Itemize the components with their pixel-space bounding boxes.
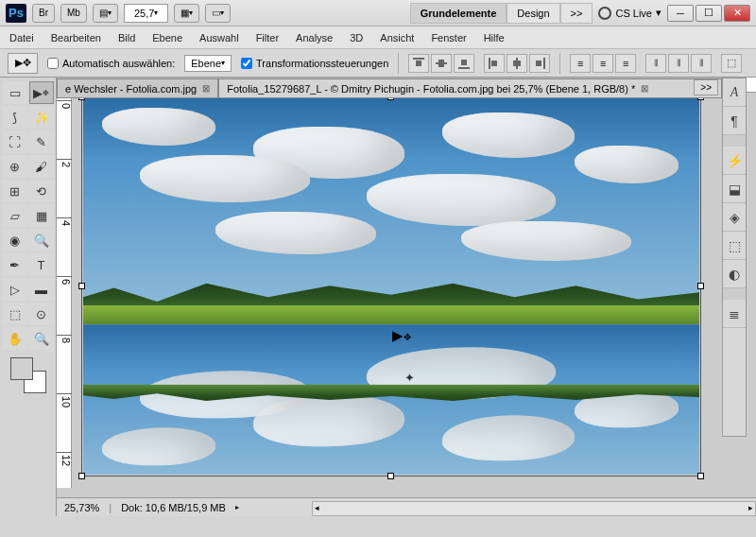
channels-panel-icon[interactable]: ⬚ [723, 232, 746, 260]
handle-l[interactable] [78, 283, 85, 289]
healing-brush-tool[interactable]: ⊕ [3, 155, 27, 178]
align-right-button[interactable] [529, 54, 550, 73]
zoom-tool[interactable]: 🔍 [29, 327, 54, 350]
layers-panel-icon[interactable]: ◈ [723, 203, 746, 232]
menu-hilfe[interactable]: Hilfe [484, 32, 505, 43]
vertical-ruler[interactable]: 024681012 [57, 93, 72, 488]
close-tab-icon[interactable]: ⊠ [202, 83, 210, 94]
menu-auswahl[interactable]: Auswahl [199, 32, 239, 43]
align-vcenter-button[interactable] [431, 54, 452, 73]
workspace-tab-more[interactable]: >> [560, 3, 593, 24]
menu-ansicht[interactable]: Ansicht [380, 32, 414, 43]
adjustments-panel-icon[interactable]: ≣ [723, 300, 746, 328]
status-doc-size[interactable]: Dok: 10,6 MB/15,9 MB [121, 502, 226, 513]
transform-bounding-box[interactable] [81, 96, 701, 476]
distribute-hcenter-button[interactable]: ⦀ [668, 54, 689, 73]
arrange-docs-dropdown[interactable]: ▦ [174, 4, 199, 23]
move-tool[interactable]: ▶✥ [29, 81, 54, 104]
hand-tool[interactable]: ✋ [3, 327, 27, 350]
lasso-tool[interactable]: ⟆ [3, 106, 27, 129]
color-swatches[interactable] [10, 357, 46, 393]
handle-bl[interactable] [78, 473, 85, 479]
menu-3d[interactable]: 3D [350, 32, 363, 43]
distribute-vcenter-button[interactable]: ≡ [593, 54, 613, 73]
blur-tool[interactable]: ◉ [3, 229, 27, 251]
magic-wand-tool[interactable]: ✨ [29, 106, 54, 129]
screen-mode-dropdown[interactable]: ▤ [93, 4, 118, 23]
menu-bild[interactable]: Bild [118, 32, 135, 43]
current-tool-indicator[interactable]: ▶✥ [8, 53, 38, 74]
menu-ebene[interactable]: Ebene [152, 32, 182, 43]
menu-filter[interactable]: Filter [256, 32, 279, 43]
path-select-tool[interactable]: ▷ [3, 278, 27, 301]
minibridge-button[interactable]: Mb [60, 4, 87, 23]
toolbox: ▭ ▶✥ ⟆ ✨ ⛶ ✎ ⊕ 🖌 ⊞ ⟲ ▱ ▦ ◉ 🔍 ✒ T ▷ ▬ ⬚ ⊙… [0, 78, 57, 516]
distribute-top-button[interactable]: ≡ [570, 54, 591, 73]
menu-analyse[interactable]: Analyse [296, 32, 333, 43]
minimize-button[interactable]: ─ [667, 5, 694, 22]
document-tab-active[interactable]: Fotolia_15279687_L - © Dmitry Pichugin -… [218, 78, 722, 97]
registration-point-icon: ✦ [404, 371, 415, 385]
3d-camera-tool[interactable]: ⊙ [29, 303, 54, 325]
doc-tab-label: e Wechsler - Fotolia.com.jpg [65, 83, 197, 95]
foreground-color-swatch[interactable] [10, 357, 33, 380]
status-dropdown[interactable]: ▸ [235, 503, 239, 511]
tabs-overflow-button[interactable]: >> [694, 79, 718, 95]
distribute-left-button[interactable]: ⦀ [645, 54, 666, 73]
auto-select-input[interactable] [47, 58, 59, 69]
brush-tool[interactable]: 🖌 [29, 155, 54, 178]
handle-br[interactable] [697, 473, 704, 479]
pen-tool[interactable]: ✒ [3, 253, 27, 276]
separator [559, 53, 560, 74]
align-top-button[interactable] [408, 54, 429, 73]
auto-select-target-dropdown[interactable]: Ebene [184, 55, 232, 72]
status-zoom[interactable]: 25,73% [64, 502, 99, 513]
align-group-2 [484, 54, 550, 73]
menu-datei[interactable]: Datei [9, 32, 34, 43]
3d-tool[interactable]: ⬚ [3, 303, 27, 325]
marquee-tool[interactable]: ▭ [3, 81, 27, 104]
actions-panel-icon[interactable]: ⚡ [723, 147, 746, 175]
history-brush-tool[interactable]: ⟲ [29, 180, 54, 202]
distribute-right-button[interactable]: ⦀ [691, 54, 712, 73]
distribute-group-1: ≡ ≡ ≡ [570, 54, 636, 73]
type-tool[interactable]: T [29, 253, 54, 276]
align-hcenter-button[interactable] [507, 54, 527, 73]
workspace-tab-grundelemente[interactable]: Grundelemente [410, 3, 507, 24]
align-group-1 [408, 54, 474, 73]
workspace-tab-design[interactable]: Design [507, 3, 559, 24]
auto-select-checkbox[interactable]: Automatisch auswählen: [47, 58, 175, 69]
transform-controls-input[interactable] [241, 58, 252, 69]
distribute-bottom-button[interactable]: ≡ [615, 54, 636, 73]
canvas-area: 02468101214161820 024681012 [57, 78, 756, 516]
document-tab-inactive[interactable]: e Wechsler - Fotolia.com.jpg ⊠ [57, 78, 218, 97]
horizontal-scrollbar[interactable]: ◂ ▸ [312, 501, 756, 516]
handle-b[interactable] [387, 473, 394, 479]
clone-stamp-tool[interactable]: ⊞ [3, 180, 27, 202]
title-bar: Ps Br Mb ▤ 25,7 ▦ ▭ Grundelemente Design… [0, 0, 756, 26]
transform-controls-checkbox[interactable]: Transformationssteuerungen [241, 58, 388, 69]
auto-align-button[interactable]: ⬚ [721, 54, 742, 73]
dodge-tool[interactable]: 🔍 [29, 229, 54, 251]
cs-live-button[interactable]: CS Live ▾ [598, 7, 662, 20]
bridge-button[interactable]: Br [32, 4, 55, 23]
gradient-tool[interactable]: ▦ [29, 204, 54, 227]
shape-tool[interactable]: ▬ [29, 278, 54, 301]
paths-panel-icon[interactable]: ◐ [723, 260, 746, 288]
menu-fenster[interactable]: Fenster [431, 32, 466, 43]
maximize-button[interactable]: ☐ [696, 5, 722, 22]
align-left-button[interactable] [484, 54, 505, 73]
menu-bearbeiten[interactable]: Bearbeiten [51, 32, 101, 43]
zoom-level-field[interactable]: 25,7 [124, 4, 168, 23]
extras-dropdown[interactable]: ▭ [205, 4, 231, 23]
paragraph-panel-icon[interactable]: ¶ [723, 107, 746, 135]
eraser-tool[interactable]: ▱ [3, 204, 27, 227]
handle-r[interactable] [697, 283, 704, 289]
toolpresets-panel-icon[interactable]: ⬓ [723, 175, 746, 203]
eyedropper-tool[interactable]: ✎ [29, 130, 54, 153]
crop-tool[interactable]: ⛶ [3, 130, 27, 153]
character-panel-icon[interactable]: A [723, 78, 746, 107]
align-bottom-button[interactable] [454, 54, 474, 73]
close-tab-icon[interactable]: ⊠ [641, 83, 648, 94]
close-button[interactable]: ✕ [724, 5, 750, 22]
